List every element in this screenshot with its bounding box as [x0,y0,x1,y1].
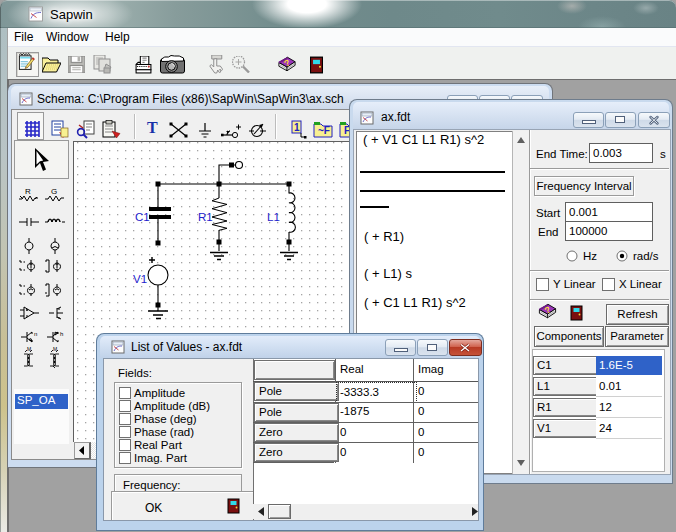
svg-text:G: G [51,187,57,196]
svg-text:M: M [53,346,57,352]
svg-text:R1: R1 [198,211,213,223]
svg-text:h: h [60,331,63,337]
svg-text:L1: L1 [267,211,280,223]
svg-text:R: R [25,187,31,196]
svg-text:~F: ~F [318,125,330,136]
svg-text:C1: C1 [135,211,150,223]
svg-text:n: n [34,331,37,337]
svg-text:1: 1 [294,122,300,133]
svg-text:M: M [27,346,31,352]
svg-text:V1: V1 [133,273,147,285]
